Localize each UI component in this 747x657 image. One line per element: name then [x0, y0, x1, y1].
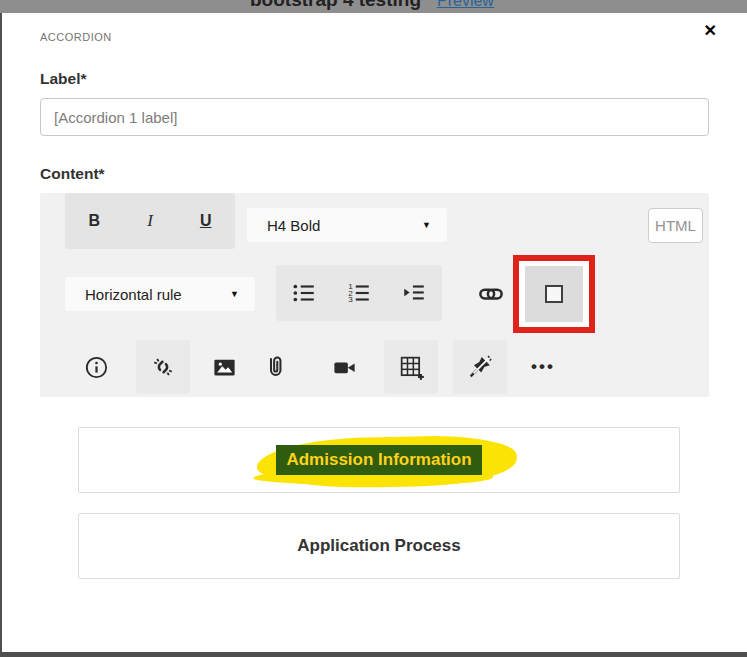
chevron-down-icon: ▼: [230, 289, 239, 299]
accordion-edit-modal: ACCORDION ✕ Label* Content* B I U H4 Bol…: [2, 13, 747, 652]
attach-file-button[interactable]: [248, 340, 302, 394]
indent-button[interactable]: [401, 280, 427, 306]
text-style-button-group: B I U: [65, 193, 235, 249]
image-icon: [211, 354, 238, 381]
accordion-item-1-label: Admission Information: [276, 445, 481, 475]
insert-accordion-tile: [525, 266, 583, 322]
content-field-label: Content*: [40, 165, 105, 183]
unlink-button[interactable]: [136, 340, 190, 394]
highlight-annotation-wrap: Admission Information: [276, 445, 481, 475]
modal-title: ACCORDION: [40, 31, 112, 43]
numbered-list-button[interactable]: 1 2 3: [346, 280, 372, 306]
insert-table-button[interactable]: [384, 340, 438, 394]
heading-style-dropdown[interactable]: H4 Bold ▼: [247, 208, 447, 242]
insert-video-button[interactable]: [317, 340, 371, 394]
insert-element-dropdown[interactable]: Horizontal rule ▼: [65, 277, 255, 311]
accordion-preview-item-2[interactable]: Application Process: [78, 513, 680, 579]
page-title: bootstrap 4 testing: [250, 0, 421, 11]
paperclip-icon: [262, 354, 289, 381]
square-placeholder-icon: [545, 285, 563, 303]
link-button[interactable]: [476, 279, 506, 309]
info-icon: [83, 354, 110, 381]
heading-style-value: H4 Bold: [267, 217, 320, 234]
chevron-down-icon: ▼: [422, 220, 431, 230]
bulleted-list-icon: [291, 280, 317, 306]
bulleted-list-button[interactable]: [291, 280, 317, 306]
rich-text-toolbar: B I U H4 Bold ▼ HTML Horizontal rule ▼ 1: [40, 193, 709, 397]
italic-button[interactable]: I: [147, 211, 153, 231]
html-source-button[interactable]: HTML: [648, 208, 703, 243]
bold-button[interactable]: B: [89, 212, 101, 230]
insert-element-value: Horizontal rule: [85, 286, 182, 303]
insert-accordion-button-red-annotation[interactable]: [513, 255, 595, 333]
table-plus-icon: [397, 353, 425, 381]
preview-link[interactable]: Preview: [437, 0, 494, 10]
page-backdrop-strip: bootstrap 4 testing Preview: [0, 0, 747, 13]
svg-text:3: 3: [348, 295, 353, 304]
video-camera-icon: [331, 354, 358, 381]
unlink-icon: [149, 353, 177, 381]
pin-off-icon: [466, 353, 494, 381]
more-options-button[interactable]: •••: [516, 340, 570, 394]
close-icon[interactable]: ✕: [704, 23, 717, 39]
accordion-item-2-label: Application Process: [297, 536, 460, 556]
info-button[interactable]: [69, 340, 123, 394]
list-button-group: 1 2 3: [276, 265, 442, 321]
accordion-label-input[interactable]: [40, 98, 709, 136]
indent-icon: [401, 280, 427, 306]
label-field-label: Label*: [40, 70, 87, 88]
accordion-preview-item-1[interactable]: Admission Information: [78, 427, 680, 493]
insert-image-button[interactable]: [197, 340, 251, 394]
underline-button[interactable]: U: [200, 212, 212, 230]
link-icon: [476, 279, 506, 309]
remove-format-button[interactable]: [453, 340, 507, 394]
numbered-list-icon: 1 2 3: [346, 280, 372, 306]
